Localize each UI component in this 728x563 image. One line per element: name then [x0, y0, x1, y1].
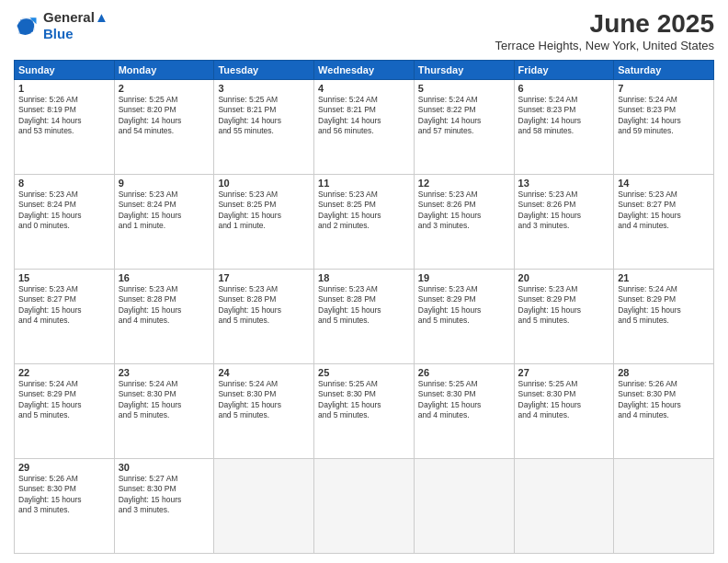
day-number: 9 — [119, 178, 210, 189]
day-info: Sunrise: 5:25 AM Sunset: 8:30 PM Dayligh… — [418, 379, 510, 421]
calendar-day-cell: 25Sunrise: 5:25 AM Sunset: 8:30 PM Dayli… — [314, 364, 415, 459]
day-info: Sunrise: 5:24 AM Sunset: 8:30 PM Dayligh… — [218, 379, 310, 421]
calendar-day-cell: 7Sunrise: 5:24 AM Sunset: 8:23 PM Daylig… — [614, 80, 714, 175]
calendar-header-cell: Saturday — [614, 61, 714, 80]
day-info: Sunrise: 5:23 AM Sunset: 8:24 PM Dayligh… — [18, 190, 110, 232]
calendar-header-cell: Monday — [114, 61, 214, 80]
calendar-day-cell — [514, 459, 614, 554]
day-info: Sunrise: 5:25 AM Sunset: 8:21 PM Dayligh… — [218, 95, 310, 137]
calendar-day-cell: 19Sunrise: 5:23 AM Sunset: 8:29 PM Dayli… — [414, 270, 514, 364]
day-info: Sunrise: 5:23 AM Sunset: 8:27 PM Dayligh… — [618, 190, 710, 232]
calendar-day-cell: 2Sunrise: 5:25 AM Sunset: 8:20 PM Daylig… — [114, 80, 214, 175]
day-number: 22 — [18, 367, 110, 378]
day-number: 19 — [418, 272, 510, 283]
day-info: Sunrise: 5:23 AM Sunset: 8:29 PM Dayligh… — [518, 284, 610, 327]
day-number: 15 — [18, 272, 110, 283]
day-number: 20 — [518, 272, 610, 283]
day-info: Sunrise: 5:23 AM Sunset: 8:24 PM Dayligh… — [119, 190, 210, 232]
calendar-day-cell: 20Sunrise: 5:23 AM Sunset: 8:29 PM Dayli… — [514, 270, 614, 364]
day-info: Sunrise: 5:23 AM Sunset: 8:26 PM Dayligh… — [418, 190, 510, 232]
day-info: Sunrise: 5:23 AM Sunset: 8:27 PM Dayligh… — [18, 284, 110, 327]
day-number: 7 — [618, 83, 710, 94]
calendar-day-cell: 13Sunrise: 5:23 AM Sunset: 8:26 PM Dayli… — [514, 175, 614, 270]
day-number: 10 — [218, 178, 310, 189]
calendar-header-row: SundayMondayTuesdayWednesdayThursdayFrid… — [15, 61, 714, 80]
day-info: Sunrise: 5:26 AM Sunset: 8:19 PM Dayligh… — [18, 95, 110, 137]
day-info: Sunrise: 5:24 AM Sunset: 8:21 PM Dayligh… — [318, 95, 410, 137]
day-info: Sunrise: 5:23 AM Sunset: 8:25 PM Dayligh… — [318, 190, 410, 232]
day-info: Sunrise: 5:24 AM Sunset: 8:23 PM Dayligh… — [618, 95, 710, 137]
calendar-day-cell: 18Sunrise: 5:23 AM Sunset: 8:28 PM Dayli… — [314, 270, 415, 364]
day-info: Sunrise: 5:25 AM Sunset: 8:30 PM Dayligh… — [318, 379, 410, 421]
calendar-day-cell: 30Sunrise: 5:27 AM Sunset: 8:30 PM Dayli… — [114, 459, 214, 554]
day-number: 25 — [318, 367, 410, 378]
calendar-day-cell: 16Sunrise: 5:23 AM Sunset: 8:28 PM Dayli… — [114, 270, 214, 364]
calendar-day-cell: 22Sunrise: 5:24 AM Sunset: 8:29 PM Dayli… — [15, 364, 115, 459]
calendar-day-cell — [314, 459, 415, 554]
day-info: Sunrise: 5:24 AM Sunset: 8:29 PM Dayligh… — [618, 284, 710, 327]
day-number: 4 — [318, 83, 410, 94]
day-number: 14 — [618, 178, 710, 189]
day-number: 13 — [518, 178, 610, 189]
calendar-day-cell: 3Sunrise: 5:25 AM Sunset: 8:21 PM Daylig… — [214, 80, 314, 175]
calendar-day-cell: 8Sunrise: 5:23 AM Sunset: 8:24 PM Daylig… — [15, 175, 115, 270]
day-number: 18 — [318, 272, 410, 283]
title-block: June 2025 Terrace Heights, New York, Uni… — [495, 9, 714, 52]
calendar-day-cell: 24Sunrise: 5:24 AM Sunset: 8:30 PM Dayli… — [214, 364, 314, 459]
calendar-day-cell: 17Sunrise: 5:23 AM Sunset: 8:28 PM Dayli… — [214, 270, 314, 364]
calendar-week-row: 15Sunrise: 5:23 AM Sunset: 8:27 PM Dayli… — [15, 270, 714, 364]
day-number: 26 — [418, 367, 510, 378]
day-number: 30 — [119, 462, 210, 473]
calendar-day-cell: 23Sunrise: 5:24 AM Sunset: 8:30 PM Dayli… — [114, 364, 214, 459]
logo: General▲ Blue — [14, 9, 108, 42]
calendar-week-row: 1Sunrise: 5:26 AM Sunset: 8:19 PM Daylig… — [15, 80, 714, 175]
calendar-week-row: 29Sunrise: 5:26 AM Sunset: 8:30 PM Dayli… — [15, 459, 714, 554]
day-info: Sunrise: 5:26 AM Sunset: 8:30 PM Dayligh… — [618, 379, 710, 421]
day-number: 2 — [119, 83, 210, 94]
day-info: Sunrise: 5:23 AM Sunset: 8:28 PM Dayligh… — [318, 284, 410, 327]
day-number: 29 — [18, 462, 110, 473]
calendar-day-cell: 10Sunrise: 5:23 AM Sunset: 8:25 PM Dayli… — [214, 175, 314, 270]
calendar-day-cell: 12Sunrise: 5:23 AM Sunset: 8:26 PM Dayli… — [414, 175, 514, 270]
calendar-day-cell: 9Sunrise: 5:23 AM Sunset: 8:24 PM Daylig… — [114, 175, 214, 270]
day-number: 6 — [518, 83, 610, 94]
calendar-day-cell: 1Sunrise: 5:26 AM Sunset: 8:19 PM Daylig… — [15, 80, 115, 175]
day-info: Sunrise: 5:24 AM Sunset: 8:23 PM Dayligh… — [518, 95, 610, 137]
day-info: Sunrise: 5:24 AM Sunset: 8:29 PM Dayligh… — [18, 379, 110, 421]
calendar-header-cell: Thursday — [414, 61, 514, 80]
day-number: 12 — [418, 178, 510, 189]
day-info: Sunrise: 5:27 AM Sunset: 8:30 PM Dayligh… — [119, 474, 210, 516]
logo-icon — [14, 13, 40, 39]
location-title: Terrace Heights, New York, United States — [495, 39, 714, 52]
day-number: 11 — [318, 178, 410, 189]
header: General▲ Blue June 2025 Terrace Heights,… — [14, 9, 714, 52]
day-number: 23 — [119, 367, 210, 378]
calendar-body: 1Sunrise: 5:26 AM Sunset: 8:19 PM Daylig… — [15, 80, 714, 554]
day-info: Sunrise: 5:23 AM Sunset: 8:28 PM Dayligh… — [119, 284, 210, 327]
day-number: 3 — [218, 83, 310, 94]
calendar-header-cell: Tuesday — [214, 61, 314, 80]
logo-text: General▲ Blue — [43, 9, 108, 42]
calendar-day-cell: 11Sunrise: 5:23 AM Sunset: 8:25 PM Dayli… — [314, 175, 415, 270]
calendar-day-cell — [214, 459, 314, 554]
calendar-day-cell: 5Sunrise: 5:24 AM Sunset: 8:22 PM Daylig… — [414, 80, 514, 175]
calendar-week-row: 22Sunrise: 5:24 AM Sunset: 8:29 PM Dayli… — [15, 364, 714, 459]
day-info: Sunrise: 5:23 AM Sunset: 8:28 PM Dayligh… — [218, 284, 310, 327]
calendar-week-row: 8Sunrise: 5:23 AM Sunset: 8:24 PM Daylig… — [15, 175, 714, 270]
day-number: 5 — [418, 83, 510, 94]
calendar-table: SundayMondayTuesdayWednesdayThursdayFrid… — [14, 60, 714, 554]
day-info: Sunrise: 5:24 AM Sunset: 8:22 PM Dayligh… — [418, 95, 510, 137]
day-info: Sunrise: 5:23 AM Sunset: 8:29 PM Dayligh… — [418, 284, 510, 327]
calendar-header-cell: Friday — [514, 61, 614, 80]
day-number: 24 — [218, 367, 310, 378]
calendar-header-cell: Sunday — [15, 61, 115, 80]
day-info: Sunrise: 5:25 AM Sunset: 8:20 PM Dayligh… — [119, 95, 210, 137]
day-number: 1 — [18, 83, 110, 94]
calendar-day-cell: 21Sunrise: 5:24 AM Sunset: 8:29 PM Dayli… — [614, 270, 714, 364]
calendar-day-cell: 28Sunrise: 5:26 AM Sunset: 8:30 PM Dayli… — [614, 364, 714, 459]
day-info: Sunrise: 5:23 AM Sunset: 8:25 PM Dayligh… — [218, 190, 310, 232]
day-info: Sunrise: 5:23 AM Sunset: 8:26 PM Dayligh… — [518, 190, 610, 232]
calendar-day-cell — [414, 459, 514, 554]
day-number: 17 — [218, 272, 310, 283]
day-number: 16 — [119, 272, 210, 283]
